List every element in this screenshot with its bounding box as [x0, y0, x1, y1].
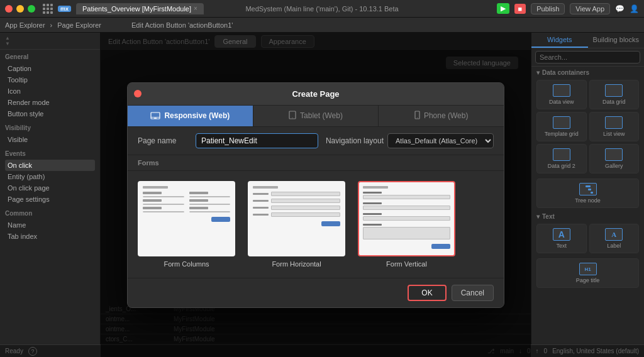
svg-point-6 [417, 118, 418, 118]
tab-responsive-label: Responsive (Web) [164, 111, 230, 120]
template-preview-horizontal [248, 181, 345, 256]
data-grid-label: Data grid [602, 99, 626, 105]
widget-data-view[interactable]: Data view [536, 80, 587, 109]
page-name-label: Page name [138, 136, 188, 145]
create-page-modal: Create Page Responsive (Web) [127, 82, 504, 308]
widget-data-grid-2[interactable]: Data grid 2 [536, 144, 587, 173]
modal-header: Create Page [128, 83, 504, 106]
tab-building-blocks[interactable]: Building blocks [588, 33, 645, 48]
template-horizontal-label: Form Horizontal [272, 260, 321, 268]
minimize-traffic-light[interactable] [16, 5, 24, 13]
label-widget-icon: A [605, 228, 623, 241]
page-name-input[interactable] [196, 133, 318, 148]
widget-list-view[interactable]: List view [589, 112, 640, 141]
nav-layout-group: Navigation layout Atlas_Default (Atlas_C… [326, 133, 494, 148]
titlebar-right: ▶ ■ Publish View App 💬 👤 [497, 3, 639, 14]
template-grid-label: Template grid [545, 131, 579, 137]
notifications-icon[interactable]: 💬 [615, 4, 625, 13]
tab-responsive-web[interactable]: Responsive (Web) [128, 106, 253, 126]
nav-down-arrow[interactable]: ▼ [5, 41, 10, 47]
sidebar-item-button-style[interactable]: Button style [5, 108, 95, 119]
stop-button[interactable]: ■ [514, 4, 526, 14]
titlebar-center-info: MedSystem (Main line ('main'), Git) - 10… [245, 5, 398, 13]
widget-template-grid[interactable]: Template grid [536, 112, 587, 141]
ok-button[interactable]: OK [408, 285, 446, 301]
list-view-label: List view [603, 131, 625, 137]
tree-node-label: Tree node [575, 197, 601, 204]
sidebar-item-icon[interactable]: Icon [5, 85, 95, 97]
widget-page-title[interactable]: H1 Page title [536, 258, 639, 288]
phone-icon [414, 111, 420, 121]
chevron-down-icon: ▾ [536, 69, 540, 76]
nav-layout-select[interactable]: Atlas_Default (Atlas_Core) [387, 133, 494, 148]
template-form-columns[interactable]: Form Columns [138, 181, 235, 268]
sidebar-nav-arrows: ▲ ▼ [5, 35, 10, 47]
template-form-horizontal[interactable]: Form Horizontal [248, 181, 345, 268]
tab-patients-overview[interactable]: Patients_Overview [MyFirstModule] × [76, 3, 204, 14]
sidebar-item-name[interactable]: Name [5, 219, 95, 231]
breadcrumb: Edit Action Button 'actionButton1' [131, 21, 233, 29]
tab-label: Patients_Overview [MyFirstModule] [82, 5, 191, 13]
section-text: ▾ Text [531, 211, 644, 221]
sidebar-item-on-click[interactable]: On click [5, 160, 95, 171]
widget-text[interactable]: A Text [536, 224, 587, 253]
sidebar-item-render-mode[interactable]: Render mode [5, 97, 95, 108]
template-form-vertical[interactable]: Form Vertical [358, 181, 455, 268]
sidebar-item-caption[interactable]: Caption [5, 63, 95, 74]
sidebar: ▲ ▼ General Caption Tooltip Icon Render … [0, 33, 101, 357]
section-title-visibility: Visibility [5, 124, 95, 131]
app-grid-icon[interactable] [43, 4, 53, 14]
language-label: English, United States (default) [552, 348, 639, 354]
templates-grid: Form Columns [128, 171, 504, 278]
tab-close-icon[interactable]: × [194, 5, 197, 12]
section-title-common: Common [5, 210, 95, 217]
data-grid-2-label: Data grid 2 [548, 163, 575, 169]
content-area: Edit Action Button 'actionButton1' Gener… [101, 33, 531, 357]
run-button[interactable]: ▶ [497, 3, 509, 14]
cancel-button[interactable]: Cancel [452, 285, 494, 301]
tree-node-icon [579, 183, 597, 195]
page-explorer-link[interactable]: Page Explorer [57, 21, 101, 29]
page-title-icon: H1 [579, 263, 597, 275]
nav-up-arrow[interactable]: ▲ [5, 35, 10, 41]
modal-tabs: Responsive (Web) Tablet (Web) [128, 106, 504, 127]
tab-widgets[interactable]: Widgets [531, 33, 588, 48]
chevron-down-icon-text: ▾ [536, 213, 540, 220]
sidebar-section-common: Common Name Tab index [0, 206, 100, 243]
tab-phone-label: Phone (Web) [424, 111, 468, 120]
sidebar-item-tooltip[interactable]: Tooltip [5, 74, 95, 85]
modal-close-button[interactable] [134, 90, 142, 97]
up-arrow-icon: ↑ [536, 348, 539, 354]
app-explorer-link[interactable]: App Explorer [5, 21, 45, 29]
view-app-button[interactable]: View App [570, 3, 610, 14]
template-columns-label: Form Columns [164, 260, 209, 268]
tab-phone-web[interactable]: Phone (Web) [379, 106, 504, 126]
sidebar-section-events: Events On click Entity (path) On click p… [0, 146, 100, 206]
widget-gallery[interactable]: Gallery [589, 144, 640, 173]
search-input[interactable] [535, 51, 640, 63]
sidebar-top: ▲ ▼ [0, 33, 100, 50]
tab-tablet-web[interactable]: Tablet (Web) [253, 106, 379, 126]
sidebar-item-on-click-page[interactable]: On click page [5, 182, 95, 194]
help-icon[interactable]: ? [28, 347, 37, 356]
modal-form-row: Page name Navigation layout Atlas_Defaul… [128, 127, 504, 155]
widget-label[interactable]: A Label [589, 224, 640, 253]
sidebar-item-tab-index[interactable]: Tab index [5, 231, 95, 242]
search-bar [531, 48, 644, 67]
user-icon[interactable]: 👤 [630, 4, 639, 13]
sidebar-item-page-settings[interactable]: Page settings [5, 194, 95, 205]
sidebar-item-entity-path[interactable]: Entity (path) [5, 171, 95, 182]
widget-tree-node[interactable]: Tree node [536, 178, 639, 208]
close-traffic-light[interactable] [5, 5, 13, 13]
sidebar-item-visible[interactable]: Visible [5, 134, 95, 145]
widget-data-grid[interactable]: Data grid [589, 80, 640, 109]
section-text-label: Text [542, 213, 555, 220]
ready-label: Ready [5, 348, 23, 354]
modal-overlay: Create Page Responsive (Web) [101, 33, 531, 357]
publish-button[interactable]: Publish [531, 3, 565, 14]
secondbar: App Explorer › Page Explorer Edit Action… [0, 18, 644, 33]
maximize-traffic-light[interactable] [28, 5, 35, 13]
label-widget-label: Label [607, 243, 621, 249]
svg-point-4 [292, 118, 293, 118]
data-view-label: Data view [549, 99, 574, 105]
